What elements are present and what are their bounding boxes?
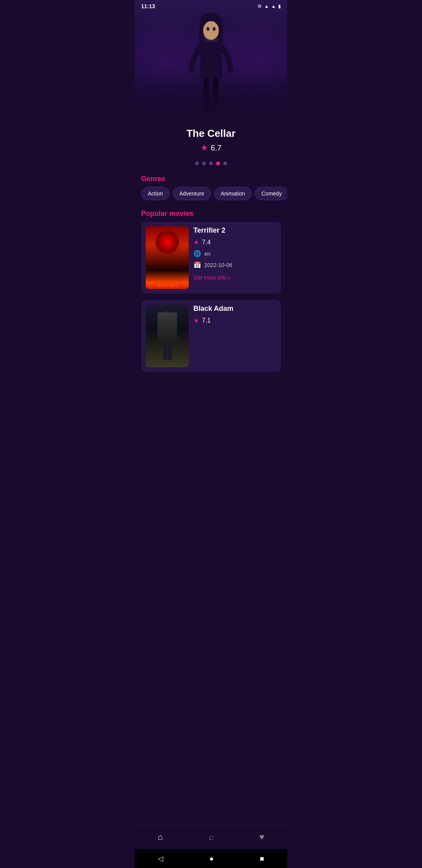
hero-rating-value: 6.7 [211,143,222,152]
svg-rect-15 [163,343,167,360]
status-bar: 11:13 ⚙ ▲ ▲ ▮ [135,0,287,13]
terrifier2-poster: TERRIFIER 2 [146,226,189,289]
terrifier2-date: 2022-10-06 [204,262,232,268]
terrifier2-title: Terrifier 2 [193,226,276,235]
svg-point-11 [161,311,173,325]
hero-star-icon: ★ [200,143,208,153]
svg-point-7 [207,28,209,30]
dot-3[interactable] [209,161,213,165]
status-time: 11:13 [141,3,155,9]
svg-point-8 [213,28,215,30]
terrifier2-rating: 7.4 [202,239,211,246]
blackadam-poster [146,305,189,367]
dot-1[interactable] [195,161,199,165]
status-icons: ⚙ ▲ ▲ ▮ [257,4,281,9]
movie-card-terrifier2[interactable]: TERRIFIER 2 Terrifier 2 ★ 7.4 🌐 en 📅 202… [141,222,281,294]
blackadam-details: Black Adam ★ 7.1 [193,305,276,367]
svg-rect-13 [159,325,163,339]
terrifier2-star-icon: ★ [193,239,199,246]
genre-chip-adventure[interactable]: Adventure [173,187,211,200]
blackadam-silhouette [152,310,183,361]
popular-movies-section: Popular movies TERRIFIER 2 Terrifier 2 ★… [135,205,287,372]
movie-info: The Cellar ★ 6.7 [135,121,287,157]
terrifier2-more-info-label: Get more info [193,274,227,281]
genre-chip-animation[interactable]: Animation [214,187,252,200]
hero-movie-rating: ★ 6.7 [143,143,279,153]
genres-scroll[interactable]: Action Adventure Animation Comedy Crime … [135,187,287,205]
terrifier2-details: Terrifier 2 ★ 7.4 🌐 en 📅 2022-10-06 Get … [193,226,276,289]
movie-card-blackadam[interactable]: Black Adam ★ 7.1 [141,300,281,372]
terrifier2-poster-text: TERRIFIER 2 [155,282,179,289]
terrifier2-language-row: 🌐 en [193,250,276,257]
terrifier2-calendar-icon: 📅 [193,261,201,269]
terrifier2-poster-image: TERRIFIER 2 [146,226,189,289]
wifi-icon: ▲ [271,4,276,9]
terrifier2-more-info[interactable]: Get more info › [193,274,276,281]
blackadam-star-icon: ★ [193,317,199,324]
genres-section: Genres Action Adventure Animation Comedy… [135,170,287,205]
popular-movies-title: Popular movies [135,205,287,222]
dot-5[interactable] [223,161,227,165]
svg-rect-12 [163,324,172,344]
dot-2[interactable] [202,161,206,165]
blackadam-rating-row: ★ 7.1 [193,317,276,324]
terrifier2-rating-row: ★ 7.4 [193,239,276,246]
battery-icon: ▮ [278,4,281,9]
blackadam-rating: 7.1 [202,317,211,324]
blackadam-title: Black Adam [193,305,276,313]
svg-point-4 [203,21,219,40]
svg-rect-16 [168,343,172,360]
hero-section [135,0,287,121]
terrifier2-globe-icon: 🌐 [193,250,201,257]
carousel-dots [135,157,287,170]
settings-icon: ⚙ [257,4,262,9]
terrifier2-arrow-icon: › [228,274,230,281]
terrifier2-language: en [204,251,211,257]
dot-4-active[interactable] [216,161,220,165]
signal-icon: ▲ [264,4,269,9]
genres-title: Genres [135,170,287,187]
genre-chip-comedy[interactable]: Comedy [255,187,287,200]
hero-movie-title: The Cellar [143,127,279,140]
svg-rect-14 [172,325,176,339]
terrifier2-date-row: 📅 2022-10-06 [193,261,276,269]
blackadam-poster-image [146,305,189,367]
genre-chip-action[interactable]: Action [141,187,170,200]
hero-overlay [135,74,287,121]
